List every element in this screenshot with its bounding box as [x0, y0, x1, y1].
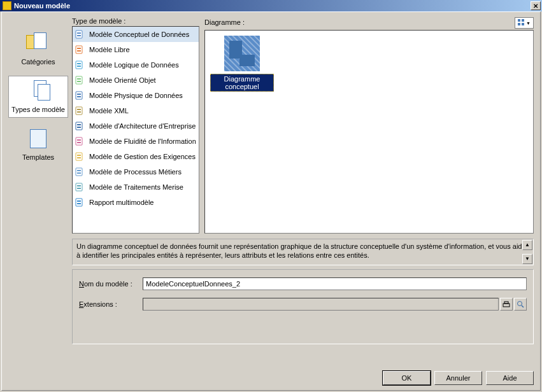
svg-rect-19 — [77, 124, 81, 125]
model-type-item[interactable]: Modèle XML — [73, 103, 199, 118]
nav-label: Catégories — [21, 58, 55, 66]
model-type-item[interactable]: Rapport multimodèle — [73, 195, 199, 210]
model-type-text: Modèle Orienté Objet — [89, 76, 156, 84]
model-type-list[interactable]: Modèle Conceptuel de DonnéesModèle Libre… — [72, 26, 199, 234]
app-icon — [3, 1, 11, 10]
model-name-label: Nom du modèle : — [79, 280, 143, 288]
description-panel: Un diagramme conceptuel de données fourn… — [72, 239, 534, 265]
diagram-icon — [224, 36, 260, 71]
model-type-item[interactable]: Modèle Conceptuel de Données — [73, 27, 199, 42]
svg-rect-31 — [77, 185, 81, 186]
model-type-text: Modèle de Traitements Merise — [89, 183, 183, 191]
svg-rect-7 — [77, 63, 81, 64]
svg-rect-12 — [76, 92, 82, 99]
pages-icon — [25, 80, 52, 103]
window-title: Nouveau modèle — [14, 2, 531, 10]
nav-model-types[interactable]: Types de modèle — [8, 76, 68, 118]
model-type-item[interactable]: Modèle Libre — [73, 42, 199, 57]
ok-button[interactable]: OK — [383, 371, 431, 385]
svg-rect-35 — [77, 203, 81, 204]
svg-rect-39 — [522, 23, 524, 25]
svg-rect-32 — [77, 188, 81, 189]
svg-rect-2 — [77, 35, 81, 36]
svg-line-43 — [522, 305, 524, 307]
svg-rect-34 — [77, 200, 81, 202]
model-type-icon — [75, 45, 85, 55]
svg-point-42 — [518, 302, 522, 306]
diagram-item-conceptual[interactable]: Diagramme conceptuel — [210, 36, 274, 92]
model-type-icon — [75, 75, 85, 85]
svg-rect-22 — [77, 139, 81, 141]
svg-rect-24 — [76, 153, 82, 160]
view-mode-button[interactable]: ▼ — [515, 17, 534, 29]
svg-rect-21 — [76, 137, 82, 145]
svg-rect-30 — [76, 183, 82, 191]
description-text: Un diagramme conceptuel de données fourn… — [76, 242, 526, 259]
scroll-down-button[interactable]: ▼ — [522, 254, 532, 264]
model-type-item[interactable]: Modèle Physique de Données — [73, 88, 199, 103]
model-type-text: Rapport multimodèle — [89, 199, 154, 206]
scroll-up-button[interactable]: ▲ — [522, 240, 532, 250]
svg-rect-10 — [77, 78, 81, 80]
form-panel: Nom du modèle : Extensions : — [72, 269, 534, 344]
svg-rect-41 — [504, 302, 508, 304]
model-type-icon — [75, 182, 85, 192]
button-row: OK Annuler Aide — [383, 371, 534, 385]
model-type-text: Modèle d'Architecture d'Entreprise — [89, 122, 196, 130]
extensions-input[interactable] — [143, 298, 499, 311]
template-icon — [25, 128, 52, 151]
extensions-browse-button[interactable] — [514, 298, 527, 311]
model-type-icon — [75, 197, 85, 207]
left-nav: Catégories Types de modèle Templates — [8, 17, 72, 234]
svg-rect-4 — [77, 48, 81, 49]
svg-rect-6 — [76, 61, 82, 69]
model-type-item[interactable]: Modèle Logique de Données — [73, 57, 199, 73]
svg-rect-11 — [77, 81, 81, 82]
close-button[interactable]: ✕ — [531, 1, 541, 10]
model-type-item[interactable]: Modèle de Gestion des Exigences — [73, 149, 199, 164]
model-type-item[interactable]: Modèle Orienté Objet — [73, 73, 199, 88]
svg-rect-17 — [77, 111, 81, 113]
diagram-column: Diagramme : ▼ Diagramme conceptuel — [204, 17, 534, 234]
nav-categories[interactable]: Catégories — [8, 29, 68, 69]
svg-rect-25 — [77, 155, 81, 156]
model-type-text: Modèle Conceptuel de Données — [89, 31, 189, 38]
top-area: Catégories Types de modèle Templates Typ… — [8, 17, 534, 234]
model-type-text: Modèle de Fluidité de l'Information — [89, 137, 196, 145]
svg-rect-26 — [77, 157, 81, 158]
svg-rect-3 — [76, 46, 82, 53]
svg-rect-0 — [76, 31, 82, 38]
title-bar: Nouveau modèle ✕ — [0, 0, 542, 11]
nav-label: Templates — [22, 153, 54, 161]
model-type-icon — [75, 121, 85, 131]
svg-rect-37 — [522, 19, 524, 22]
nav-templates[interactable]: Templates — [8, 124, 68, 165]
svg-rect-33 — [76, 199, 82, 206]
model-type-text: Modèle Logique de Données — [89, 61, 179, 69]
svg-rect-16 — [77, 109, 81, 110]
model-type-icon — [75, 90, 85, 101]
model-type-item[interactable]: Modèle de Traitements Merise — [73, 179, 199, 195]
model-name-input[interactable] — [143, 277, 527, 290]
model-type-item[interactable]: Modèle de Fluidité de l'Information — [73, 134, 199, 149]
model-type-icon — [75, 136, 85, 146]
model-type-text: Modèle Physique de Données — [89, 92, 183, 99]
model-type-item[interactable]: Modèle de Processus Métiers — [73, 164, 199, 179]
model-type-icon — [75, 106, 85, 116]
svg-rect-5 — [77, 50, 81, 52]
svg-rect-23 — [77, 142, 81, 143]
extensions-label: Extensions : — [79, 300, 143, 308]
help-button[interactable]: Aide — [486, 371, 534, 385]
svg-rect-29 — [77, 172, 81, 174]
extensions-picker-button[interactable] — [500, 298, 513, 311]
svg-rect-14 — [77, 96, 81, 97]
svg-rect-40 — [503, 304, 510, 307]
svg-rect-18 — [76, 122, 82, 130]
model-type-item[interactable]: Modèle d'Architecture d'Entreprise — [73, 118, 199, 134]
svg-rect-8 — [77, 66, 81, 67]
svg-rect-15 — [76, 107, 82, 115]
svg-rect-36 — [518, 19, 520, 22]
diagram-area[interactable]: Diagramme conceptuel — [204, 30, 534, 234]
model-type-text: Modèle Libre — [89, 46, 130, 53]
cancel-button[interactable]: Annuler — [434, 371, 482, 385]
